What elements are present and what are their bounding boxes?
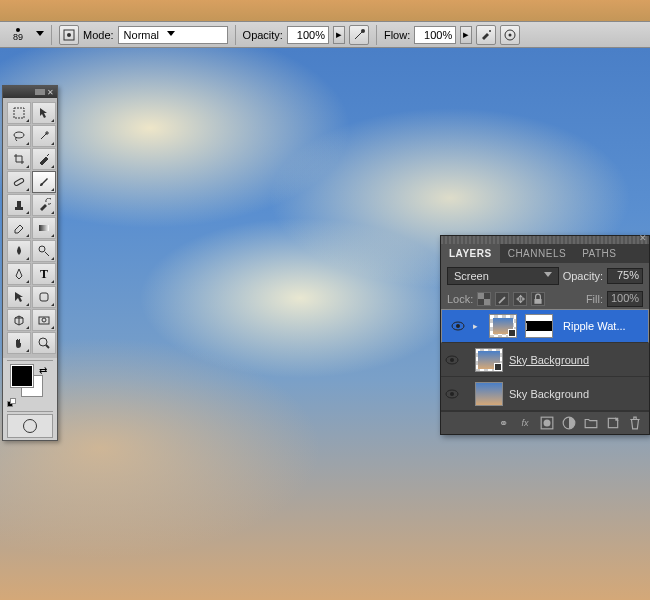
camera-tool[interactable] bbox=[32, 309, 56, 331]
lock-all[interactable] bbox=[531, 292, 545, 306]
svg-rect-19 bbox=[535, 299, 542, 304]
type-tool[interactable]: T bbox=[32, 263, 56, 285]
folder-icon bbox=[584, 416, 598, 430]
group-button[interactable] bbox=[583, 416, 599, 430]
pressure-icon bbox=[352, 28, 366, 42]
svg-point-21 bbox=[456, 324, 460, 328]
blend-mode-select[interactable]: Normal bbox=[118, 26, 228, 44]
options-bar: 89 Mode: Normal Opacity: 100% ▸ Flow: 10… bbox=[0, 22, 650, 48]
brush-icon bbox=[496, 292, 508, 306]
tab-layers[interactable]: LAYERS bbox=[441, 244, 500, 263]
brush-picker-dropdown[interactable] bbox=[36, 31, 44, 39]
airbrush-toggle[interactable] bbox=[476, 25, 496, 45]
history-brush-tool[interactable] bbox=[32, 194, 56, 216]
svg-point-2 bbox=[361, 29, 365, 33]
flow-stepper[interactable]: ▸ bbox=[460, 26, 472, 44]
clone-stamp-tool[interactable] bbox=[7, 194, 31, 216]
adjustment-icon bbox=[562, 416, 576, 430]
layer-row[interactable]: Sky Background bbox=[441, 343, 649, 377]
close-icon[interactable]: ✕ bbox=[47, 88, 54, 97]
visibility-toggle[interactable] bbox=[441, 353, 463, 367]
swap-colors-icon[interactable]: ⇄ bbox=[39, 365, 47, 376]
layer-thumbnail[interactable] bbox=[475, 348, 503, 372]
link-layers-button[interactable]: ⚭ bbox=[495, 416, 511, 430]
lasso-tool[interactable] bbox=[7, 125, 31, 147]
eye-icon bbox=[445, 387, 459, 401]
svg-point-1 bbox=[67, 33, 71, 37]
menu-bar bbox=[0, 0, 650, 22]
delete-layer-button[interactable] bbox=[627, 416, 643, 430]
layer-opacity-input[interactable]: 75% bbox=[607, 268, 643, 284]
path-selection-tool[interactable] bbox=[7, 286, 31, 308]
layer-mask-thumbnail[interactable] bbox=[525, 314, 553, 338]
layer-list: ▸ Ripple Wat... Sky Background Sky Backg… bbox=[441, 309, 649, 411]
tablet-pressure-opacity[interactable] bbox=[349, 25, 369, 45]
close-icon[interactable]: ✕ bbox=[639, 233, 647, 243]
tablet-pressure-size[interactable] bbox=[500, 25, 520, 45]
separator bbox=[376, 25, 377, 45]
zoom-tool[interactable] bbox=[32, 332, 56, 354]
panel-tabs: LAYERS CHANNELS PATHS bbox=[441, 244, 649, 263]
3d-tool[interactable] bbox=[7, 309, 31, 331]
gradient-tool[interactable] bbox=[32, 217, 56, 239]
brush-panel-toggle[interactable] bbox=[59, 25, 79, 45]
blur-tool[interactable] bbox=[7, 240, 31, 262]
eraser-tool[interactable] bbox=[7, 217, 31, 239]
tools-panel-header[interactable]: ✕ bbox=[3, 86, 57, 98]
layer-fx-button[interactable]: fx bbox=[517, 416, 533, 430]
layer-name[interactable]: Sky Background bbox=[505, 354, 649, 366]
layer-name[interactable]: Ripple Wat... bbox=[559, 320, 643, 332]
lock-position[interactable]: ✥ bbox=[513, 292, 527, 306]
checker-icon bbox=[478, 292, 490, 306]
fill-label: Fill: bbox=[586, 293, 603, 305]
tab-paths[interactable]: PATHS bbox=[574, 244, 624, 263]
move-tool[interactable] bbox=[32, 102, 56, 124]
airbrush-icon bbox=[479, 28, 493, 42]
magic-wand-tool[interactable] bbox=[32, 125, 56, 147]
quick-mask-toggle[interactable] bbox=[7, 414, 53, 438]
svg-point-25 bbox=[450, 392, 454, 396]
flow-label: Flow: bbox=[384, 29, 410, 41]
shape-tool[interactable] bbox=[32, 286, 56, 308]
tab-channels[interactable]: CHANNELS bbox=[500, 244, 574, 263]
layer-thumbnail[interactable] bbox=[489, 314, 517, 338]
lock-pixels[interactable] bbox=[495, 292, 509, 306]
blend-mode-select[interactable]: Screen bbox=[447, 267, 559, 285]
filter-expand[interactable]: ▸ bbox=[473, 321, 483, 331]
blend-row: Screen Opacity: 75% bbox=[441, 263, 649, 289]
history-brush-icon bbox=[37, 198, 51, 212]
new-layer-button[interactable] bbox=[605, 416, 621, 430]
layer-fill-input[interactable]: 100% bbox=[607, 291, 643, 307]
default-colors-icon[interactable] bbox=[7, 401, 16, 407]
visibility-toggle[interactable] bbox=[447, 319, 469, 333]
type-icon: T bbox=[40, 267, 48, 282]
brush-preview[interactable]: 89 bbox=[4, 24, 32, 46]
layer-thumbnail[interactable] bbox=[475, 382, 503, 406]
opacity-input[interactable]: 100% bbox=[287, 26, 329, 44]
dodge-tool[interactable] bbox=[32, 240, 56, 262]
healing-brush-tool[interactable] bbox=[7, 171, 31, 193]
layer-row[interactable]: Sky Background bbox=[441, 377, 649, 411]
opacity-stepper[interactable]: ▸ bbox=[333, 26, 345, 44]
lock-transparency[interactable] bbox=[477, 292, 491, 306]
layer-name[interactable]: Sky Background bbox=[505, 388, 649, 400]
hand-tool[interactable] bbox=[7, 332, 31, 354]
marquee-tool[interactable] bbox=[7, 102, 31, 124]
layers-panel-header[interactable]: ✕ bbox=[441, 236, 649, 244]
adjustment-layer-button[interactable] bbox=[561, 416, 577, 430]
add-mask-button[interactable] bbox=[539, 416, 555, 430]
layer-row[interactable]: ▸ Ripple Wat... bbox=[441, 309, 649, 343]
crop-tool[interactable] bbox=[7, 148, 31, 170]
visibility-toggle[interactable] bbox=[441, 387, 463, 401]
foreground-color-swatch[interactable] bbox=[11, 365, 33, 387]
lock-icon bbox=[532, 292, 544, 306]
brush-tool[interactable] bbox=[32, 171, 56, 193]
flow-input[interactable]: 100% bbox=[414, 26, 456, 44]
layers-panel: ✕ LAYERS CHANNELS PATHS Screen Opacity: … bbox=[440, 235, 650, 435]
pen-tool[interactable] bbox=[7, 263, 31, 285]
eyedropper-tool[interactable] bbox=[32, 148, 56, 170]
chevron-down-icon bbox=[544, 272, 552, 280]
brush-panel-icon bbox=[62, 28, 76, 42]
bandaid-icon bbox=[12, 175, 26, 189]
separator bbox=[7, 411, 53, 412]
